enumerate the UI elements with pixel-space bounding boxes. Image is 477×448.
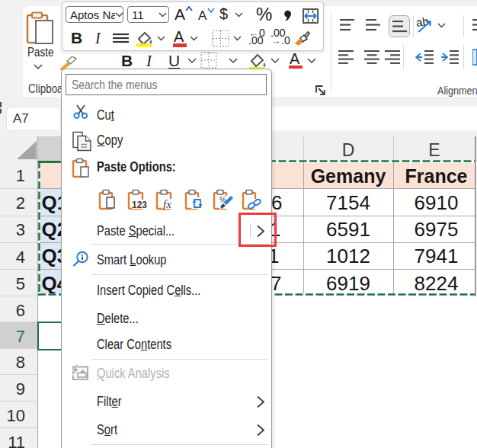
svg-text:123: 123 <box>132 200 147 210</box>
svg-text:fx: fx <box>163 198 171 210</box>
